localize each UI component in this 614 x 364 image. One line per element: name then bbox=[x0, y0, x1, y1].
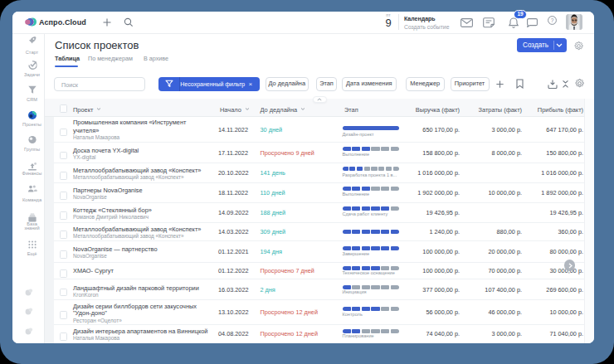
svg-text:?: ? bbox=[550, 17, 553, 22]
